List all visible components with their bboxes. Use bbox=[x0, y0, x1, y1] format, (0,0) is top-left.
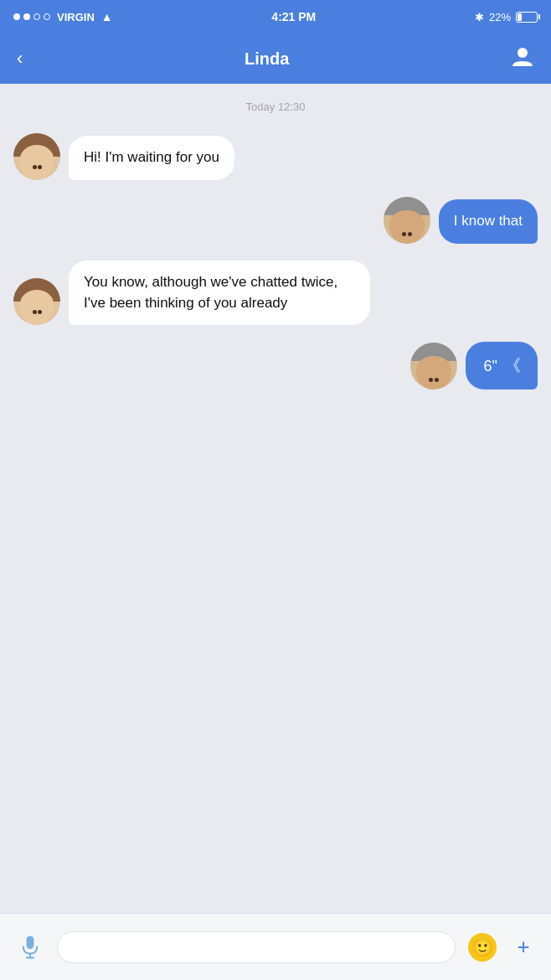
dot3 bbox=[33, 13, 40, 20]
battery-percent: 22% bbox=[489, 11, 511, 23]
eye-right bbox=[38, 165, 42, 169]
face-skin4 bbox=[416, 356, 451, 389]
bubble-sent-1: I know that bbox=[439, 199, 538, 244]
carrier-text: VIRGIN bbox=[57, 11, 95, 23]
bubble-text-2: I know that bbox=[454, 213, 523, 229]
face-skin2 bbox=[389, 210, 425, 244]
message-row-1: Hi! I'm waiting for you bbox=[13, 133, 538, 180]
eyes bbox=[20, 165, 54, 169]
chat-timestamp: Today 12:30 bbox=[13, 101, 538, 113]
eyes4 bbox=[416, 378, 451, 382]
chat-area: Today 12:30 Hi! I'm waiting for you I kn… bbox=[0, 84, 551, 913]
message-row-2: I know that bbox=[13, 197, 538, 244]
message-row-3: You know, although we've chatted twice, … bbox=[13, 260, 538, 325]
profile-icon bbox=[511, 44, 534, 68]
face-skin3 bbox=[20, 290, 54, 325]
emoji-button[interactable]: 🙂 bbox=[466, 931, 499, 964]
status-right: ✱ 22% bbox=[475, 11, 538, 23]
add-button[interactable]: + bbox=[509, 933, 538, 962]
face-skin bbox=[20, 145, 54, 180]
emoji-icon: 🙂 bbox=[468, 933, 497, 962]
avatar-me-2 bbox=[410, 343, 457, 389]
emoji-face: 🙂 bbox=[472, 937, 493, 957]
message-row-4: 6" 《 bbox=[13, 342, 538, 389]
bottom-bar: 🙂 + bbox=[0, 913, 551, 980]
status-left: VIRGIN ▲ bbox=[13, 10, 113, 23]
audio-wave-icon: 《 bbox=[504, 353, 519, 378]
dot2 bbox=[23, 13, 30, 20]
signal-dots bbox=[13, 13, 50, 20]
avatar-linda-2 bbox=[13, 278, 60, 325]
eyes3 bbox=[20, 310, 54, 314]
svg-point-0 bbox=[518, 48, 528, 58]
header-title: Linda bbox=[245, 49, 289, 69]
dot4 bbox=[44, 13, 50, 20]
eye-left bbox=[33, 165, 37, 169]
message-input[interactable] bbox=[57, 931, 456, 963]
avatar-me-1 bbox=[384, 197, 430, 244]
chat-header: ‹ Linda bbox=[0, 34, 551, 84]
status-time: 4:21 PM bbox=[271, 10, 316, 23]
profile-button[interactable] bbox=[511, 44, 534, 73]
eye-left3 bbox=[33, 310, 37, 314]
battery-fill bbox=[518, 13, 522, 21]
back-arrow-icon: ‹ bbox=[17, 48, 23, 70]
eye-right4 bbox=[435, 378, 439, 382]
bubble-received-1: Hi! I'm waiting for you bbox=[69, 136, 234, 180]
svg-rect-1 bbox=[27, 936, 33, 948]
eye-right-me bbox=[408, 232, 412, 236]
eye-left4 bbox=[429, 378, 433, 382]
mic-button[interactable] bbox=[13, 931, 47, 964]
mic-icon bbox=[18, 936, 42, 959]
eye-right3 bbox=[38, 310, 42, 314]
eyes2 bbox=[389, 232, 425, 236]
wifi-icon: ▲ bbox=[101, 10, 113, 23]
bubble-audio[interactable]: 6" 《 bbox=[466, 342, 538, 389]
bubble-text-1: Hi! I'm waiting for you bbox=[84, 149, 219, 165]
battery-icon bbox=[516, 12, 538, 23]
back-button[interactable]: ‹ bbox=[17, 48, 23, 70]
status-bar: VIRGIN ▲ 4:21 PM ✱ 22% bbox=[0, 0, 551, 34]
bubble-received-2: You know, although we've chatted twice, … bbox=[69, 260, 370, 325]
dot1 bbox=[13, 13, 20, 20]
eye-left-me bbox=[402, 232, 406, 236]
audio-duration: 6" bbox=[484, 355, 497, 377]
bubble-text-3: You know, although we've chatted twice, … bbox=[84, 274, 337, 311]
add-icon: + bbox=[517, 934, 529, 960]
bluetooth-icon: ✱ bbox=[475, 11, 484, 23]
avatar-linda-1 bbox=[13, 133, 60, 180]
